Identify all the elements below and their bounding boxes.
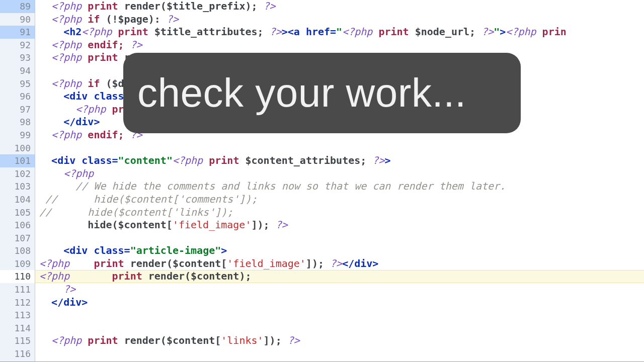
line-number: 106 bbox=[0, 219, 35, 232]
code-token bbox=[82, 13, 88, 25]
code-token bbox=[118, 334, 124, 346]
code-line[interactable]: <?php print render($content); bbox=[35, 270, 644, 283]
code-token: ?> bbox=[330, 257, 342, 269]
code-token: render($content[ bbox=[130, 257, 227, 269]
line-number: 108 bbox=[0, 244, 35, 257]
line-number: 93 bbox=[0, 51, 35, 64]
code-token bbox=[39, 129, 51, 141]
code-token: endif; bbox=[88, 39, 124, 51]
code-token: ?> bbox=[264, 0, 276, 12]
code-token bbox=[39, 77, 51, 89]
overlay-text: check your work... bbox=[137, 70, 466, 116]
code-line[interactable]: <?php print render($content['field_image… bbox=[35, 257, 644, 270]
code-token: if bbox=[88, 77, 100, 89]
code-token: ?> bbox=[288, 334, 300, 346]
code-token: ]); bbox=[251, 219, 269, 231]
code-token: // We hide the comments and links now so… bbox=[75, 180, 506, 192]
code-token bbox=[39, 26, 63, 38]
code-token: <?php bbox=[51, 39, 82, 51]
code-token bbox=[39, 244, 63, 256]
line-number: 96 bbox=[0, 90, 35, 103]
code-token: " bbox=[494, 26, 500, 38]
code-token: "article-image" bbox=[130, 244, 221, 256]
code-line[interactable]: <?php bbox=[35, 167, 644, 180]
code-token: </div> bbox=[342, 257, 378, 269]
code-token bbox=[39, 103, 75, 115]
code-token: if bbox=[88, 13, 100, 25]
code-token bbox=[39, 51, 51, 63]
code-token bbox=[39, 0, 51, 12]
code-token: <?php bbox=[75, 103, 106, 115]
code-line[interactable]: <?php print render($content['links']); ?… bbox=[35, 334, 644, 347]
code-token: <?php bbox=[63, 167, 94, 179]
line-number: 94 bbox=[0, 64, 35, 77]
code-token bbox=[124, 257, 130, 269]
line-number: 107 bbox=[0, 232, 35, 245]
code-line[interactable] bbox=[35, 309, 644, 322]
code-token: // hide($content['links']); bbox=[39, 206, 233, 218]
line-number: 102 bbox=[0, 167, 35, 180]
code-token: 'links' bbox=[221, 334, 263, 346]
code-token bbox=[409, 26, 415, 38]
code-token: render($content[ bbox=[124, 334, 221, 346]
code-line[interactable]: <?php if (!$page): ?> bbox=[35, 13, 644, 26]
code-token bbox=[264, 26, 270, 38]
code-token bbox=[142, 270, 148, 282]
code-token: ]); bbox=[264, 334, 282, 346]
code-line[interactable]: <?php endif; ?> bbox=[35, 39, 644, 52]
code-token: <div bbox=[63, 90, 94, 102]
code-line[interactable]: <h2<?php print $title_attributes; ?>><a … bbox=[35, 26, 644, 39]
code-line[interactable] bbox=[35, 232, 644, 245]
code-token bbox=[475, 26, 481, 38]
code-line[interactable]: <?php print render($title_prefix); ?> bbox=[35, 0, 644, 13]
code-token: href bbox=[306, 26, 330, 38]
code-token: ?> bbox=[167, 13, 179, 25]
code-token: print bbox=[88, 51, 118, 63]
code-token: > bbox=[221, 244, 227, 256]
code-line[interactable] bbox=[35, 347, 644, 360]
code-token bbox=[39, 167, 63, 179]
code-token bbox=[148, 26, 154, 38]
code-token bbox=[100, 13, 106, 25]
code-token: <div bbox=[63, 244, 94, 256]
code-token: > bbox=[384, 154, 390, 166]
code-token bbox=[112, 26, 118, 38]
code-token bbox=[270, 219, 276, 231]
code-line[interactable]: // hide($content['comments']); bbox=[35, 193, 644, 206]
code-line[interactable]: hide($content['field_image']); ?> bbox=[35, 219, 644, 232]
code-token bbox=[372, 26, 378, 38]
code-token: render($content); bbox=[148, 270, 252, 282]
code-token: <?php bbox=[51, 77, 82, 89]
code-token: $title_attributes; bbox=[154, 26, 264, 38]
code-line[interactable]: <div class="article-image"> bbox=[35, 244, 644, 257]
code-token bbox=[39, 116, 63, 128]
code-line[interactable] bbox=[35, 322, 644, 335]
line-number: 97 bbox=[0, 103, 35, 116]
code-token bbox=[39, 283, 63, 295]
code-line[interactable]: // hide($content['links']); bbox=[35, 206, 644, 219]
code-token: </div> bbox=[51, 296, 88, 308]
code-token: endif; bbox=[88, 129, 124, 141]
code-line[interactable] bbox=[35, 142, 644, 155]
code-token: ?> bbox=[481, 26, 494, 38]
code-token: "content" bbox=[118, 154, 173, 166]
code-line[interactable]: // We hide the comments and links now so… bbox=[35, 180, 644, 193]
line-number: 95 bbox=[0, 77, 35, 90]
code-editor[interactable]: 8990919293949596979899100101102103104105… bbox=[0, 0, 644, 362]
code-token: ?> bbox=[130, 39, 142, 51]
line-number: 103 bbox=[0, 180, 35, 193]
code-token: 'field_image' bbox=[173, 219, 252, 231]
code-token: " bbox=[336, 26, 342, 38]
line-number: 99 bbox=[0, 129, 35, 142]
line-number: 112 bbox=[0, 296, 35, 309]
code-token: print bbox=[94, 257, 124, 269]
line-number: 116 bbox=[0, 347, 35, 360]
overlay-tooltip: check your work... bbox=[123, 53, 521, 133]
line-number: 109 bbox=[0, 257, 35, 270]
code-token bbox=[82, 129, 88, 141]
code-line[interactable]: </div> bbox=[35, 296, 644, 309]
code-token: <?php bbox=[51, 51, 82, 63]
code-line[interactable]: <div class="content"<?php print $content… bbox=[35, 154, 644, 167]
code-token bbox=[39, 334, 51, 346]
code-line[interactable]: ?> bbox=[35, 283, 644, 296]
